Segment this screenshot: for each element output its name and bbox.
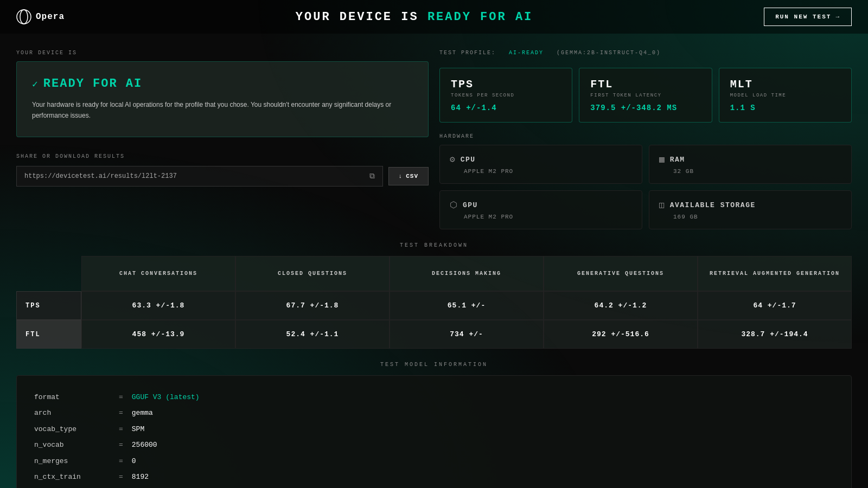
header-title-highlight: READY FOR AI [427,10,533,24]
svg-point-0 [17,10,31,24]
model-info-card: format = GGUF V3 (latest) arch = gemma v… [16,375,852,488]
hw-cpu-header: ⚙ CPU [450,154,632,165]
ready-title-row: ✓ READY FOR AI [32,77,413,91]
tps-retrieval-cell: 64 +/-1.7 [698,291,852,320]
breakdown-empty-col [16,256,81,291]
ready-heading: READY FOR AI [43,77,142,91]
device-section-label: YOUR DEVICE IS [16,50,429,56]
ftl-generative-cell: 292 +/-516.6 [544,320,698,349]
main-content: YOUR DEVICE IS ✓ READY FOR AI Your hardw… [0,34,868,229]
check-icon: ✓ [32,78,38,90]
breakdown-col-decisions: DECISIONS MAKING [390,256,544,291]
metrics-row: TPS TOKENS PER SECOND 64 +/-1.4 FTL FIRS… [439,68,852,123]
breakdown-col-chat: CHAT CONVERSATIONS [81,256,235,291]
hw-gpu-value: APPLE M2 PRO [450,214,632,220]
copy-icon[interactable]: ⧉ [369,172,375,181]
model-info-line-nctx: n_ctx_train = 8192 [34,471,834,483]
hw-cpu-name: CPU [461,156,476,164]
metric-mlt-name: MLT [730,78,840,91]
test-profile-value: AI-READY [509,50,544,56]
info-val-nmerges: 0 [132,455,136,467]
ready-description: Your hardware is ready for local AI oper… [32,99,413,121]
share-row: https://devicetest.ai/results/l2lt-2137 … [16,166,429,187]
info-val-vocab: SPM [132,423,144,435]
csv-label: CSV [406,173,418,179]
model-info-line-format: format = GGUF V3 (latest) [34,391,834,403]
test-profile-label: TEST PROFILE: [439,50,496,56]
metric-tps-name: TPS [451,78,561,91]
hw-card-cpu: ⚙ CPU APPLE M2 PRO [439,145,642,184]
tps-decisions-cell: 65.1 +/- [390,291,544,320]
header: Opera YOUR DEVICE IS READY FOR AI RUN NE… [0,0,868,34]
metric-card-tps: TPS TOKENS PER SECOND 64 +/-1.4 [439,68,572,123]
hw-storage-value: 169 GB [659,214,841,220]
info-key-vocab: vocab_type [34,423,110,435]
metric-card-mlt: MLT MODEL LOAD TIME 1.1 S [719,68,852,123]
metric-tps-sub: TOKENS PER SECOND [451,93,561,98]
hardware-section: HARDWARE ⚙ CPU APPLE M2 PRO ▦ [439,133,852,229]
tps-generative-cell: 64.2 +/-1.2 [544,291,698,320]
breakdown-tps-row: TPS 63.3 +/-1.8 67.7 +/-1.8 65.1 +/- 64.… [16,291,852,320]
breakdown-ftl-row: FTL 458 +/-13.9 52.4 +/-1.1 734 +/- 292 … [16,320,852,349]
test-profile-row: TEST PROFILE: AI-READY (GEMMA:2B-INSTRUC… [439,50,852,56]
share-label: SHARE OR DOWNLOAD RESULTS [16,153,429,159]
storage-icon: ◫ [659,200,665,210]
hw-gpu-name: GPU [463,201,478,209]
hw-storage-name: AVAILABLE STORAGE [670,201,756,209]
ftl-chat-cell: 458 +/-13.9 [81,320,235,349]
cpu-icon: ⚙ [450,154,455,165]
opera-logo-icon [16,9,31,24]
model-info-section: TEST MODEL INFORMATION format = GGUF V3 … [0,362,868,488]
info-key-format: format [34,391,110,403]
info-val-nvocab: 256000 [132,439,157,451]
hw-card-storage: ◫ AVAILABLE STORAGE 169 GB [649,190,852,229]
model-info-line-nvocab: n_vocab = 256000 [34,439,834,451]
metric-card-ftl: FTL FIRST TOKEN LATENCY 379.5 +/-348.2 M… [579,68,712,123]
info-val-nctx: 8192 [132,471,149,483]
info-eq-vocab: = [119,423,123,435]
tps-row-label: TPS [16,291,81,320]
info-eq-arch: = [119,407,123,419]
csv-download-button[interactable]: ↓ CSV [388,167,429,185]
info-eq-nctx: = [119,471,123,483]
breakdown-col-retrieval: RETRIEVAL AUGMENTED GENERATION [698,256,852,291]
info-eq-nmerges: = [119,455,123,467]
test-breakdown-header: TEST BREAKDOWN [16,242,852,248]
ftl-row-label: FTL [16,320,81,349]
right-panel: TEST PROFILE: AI-READY (GEMMA:2B-INSTRUC… [439,50,852,229]
gpu-icon: ⬡ [450,200,457,210]
model-info-line-nmerges: n_merges = 0 [34,455,834,467]
page-wrapper: Opera YOUR DEVICE IS READY FOR AI RUN NE… [0,0,868,488]
metric-tps-value: 64 +/-1.4 [451,104,561,112]
breakdown-col-closed: CLOSED QUESTIONS [235,256,390,291]
breakdown-col-generative: GENERATIVE QUESTIONS [544,256,698,291]
ready-card: ✓ READY FOR AI Your hardware is ready fo… [16,61,429,137]
hw-cpu-value: APPLE M2 PRO [450,168,632,175]
share-section: SHARE OR DOWNLOAD RESULTS https://device… [16,153,429,187]
hw-gpu-header: ⬡ GPU [450,200,632,210]
breakdown-header-row: CHAT CONVERSATIONS CLOSED QUESTIONS DECI… [16,256,852,291]
run-test-button[interactable]: RUN NEW TEST → [764,8,852,26]
download-icon: ↓ [399,173,403,179]
test-breakdown-section: TEST BREAKDOWN CHAT CONVERSATIONS CLOSED… [0,242,868,349]
info-key-nvocab: n_vocab [34,439,110,451]
hardware-label: HARDWARE [439,133,852,139]
header-title-prefix: YOUR DEVICE IS [296,10,427,24]
ftl-retrieval-cell: 328.7 +/-194.4 [698,320,852,349]
hw-ram-name: RAM [670,156,685,164]
info-val-arch: gemma [132,407,153,419]
info-eq-format: = [119,391,123,403]
metric-ftl-name: FTL [590,78,700,91]
hw-card-ram: ▦ RAM 32 GB [649,145,852,184]
test-profile-model: (GEMMA:2B-INSTRUCT-Q4_0) [557,50,661,56]
hw-storage-header: ◫ AVAILABLE STORAGE [659,200,841,210]
ftl-closed-cell: 52.4 +/-1.1 [235,320,390,349]
model-info-line-arch: arch = gemma [34,407,834,419]
header-title: YOUR DEVICE IS READY FOR AI [296,10,533,24]
ftl-decisions-cell: 734 +/- [390,320,544,349]
hw-card-gpu: ⬡ GPU APPLE M2 PRO [439,190,642,229]
url-text: https://devicetest.ai/results/l2lt-2137 [24,172,365,180]
info-val-format: GGUF V3 (latest) [132,391,200,403]
logo-text: Opera [36,12,65,22]
hardware-grid: ⚙ CPU APPLE M2 PRO ▦ RAM 32 GB [439,145,852,229]
